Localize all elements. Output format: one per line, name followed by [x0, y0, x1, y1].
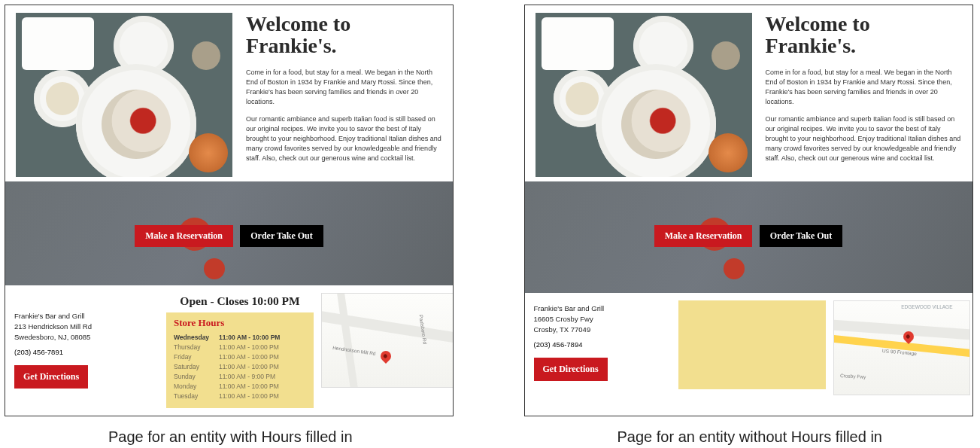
hours-day: Saturday — [174, 363, 219, 370]
page-title: Welcome to Frankie's. — [246, 13, 442, 57]
location-street: 16605 Crosby Fwy — [534, 314, 656, 325]
takeout-button[interactable]: Order Take Out — [760, 225, 842, 247]
info-section: Frankie's Bar and Grill 16605 Crosby Fwy… — [525, 293, 972, 416]
hours-day: Thursday — [174, 343, 219, 351]
intro-paragraph-2: Our romantic ambiance and superb Italian… — [766, 114, 962, 163]
directions-button[interactable]: Get Directions — [14, 365, 88, 389]
map[interactable]: Hendrickson Mill Rd Paulsboro Rd — [321, 293, 454, 388]
hours-time: 11:00 AM - 10:00 PM — [219, 334, 280, 341]
store-hours-box: Store Hours Wednesday11:00 AM - 10:00 PM… — [166, 312, 314, 408]
location-address: Frankie's Bar and Grill 16605 Crosby Fwy… — [534, 303, 656, 334]
hours-day: Monday — [174, 382, 219, 390]
map-road-label: Crosby Fwy — [839, 373, 866, 379]
hero: Welcome to Frankie's. Come in for a food… — [525, 5, 972, 181]
takeout-button[interactable]: Order Take Out — [240, 225, 323, 247]
intro-paragraph-1: Come in for a food, but stay for a meal.… — [246, 68, 442, 107]
info-section: Frankie's Bar and Grill 213 Hendrickson … — [5, 285, 453, 416]
hours-row: Thursday11:00 AM - 10:00 PM — [174, 342, 306, 352]
map-road-label: Hendrickson Mill Rd — [332, 345, 376, 356]
caption-right: Page for an entity without Hours filled … — [524, 428, 976, 446]
hours-row: Saturday11:00 AM - 10:00 PM — [174, 361, 306, 371]
hours-time: 11:00 AM - 10:00 PM — [219, 382, 279, 390]
location-phone: (203) 456-7894 — [534, 340, 656, 349]
hours-row: Tuesday11:00 AM - 10:00 PM — [174, 391, 306, 401]
map-area-label: EDGEWOOD VILLAGE — [901, 304, 952, 309]
hours-day: Friday — [174, 353, 219, 361]
hours-row: Sunday11:00 AM - 9:00 PM — [174, 371, 306, 381]
hours-time: 11:00 AM - 9:00 PM — [219, 373, 275, 380]
location-name: Frankie's Bar and Grill — [14, 311, 136, 322]
hours-day: Tuesday — [174, 392, 219, 400]
location-city: Crosby, TX 77049 — [534, 325, 656, 335]
hours-day: Wednesday — [174, 334, 219, 341]
intro-paragraph-1: Come in for a food, but stay for a meal.… — [766, 68, 962, 107]
reserve-button[interactable]: Make a Reservation — [135, 225, 233, 247]
directions-button[interactable]: Get Directions — [534, 358, 608, 381]
cta-band: Make a Reservation Order Take Out — [525, 181, 972, 293]
hours-placeholder — [678, 300, 826, 389]
location-street: 213 Hendrickson Mill Rd — [14, 322, 136, 332]
hours-time: 11:00 AM - 10:00 PM — [219, 353, 279, 361]
hours-row: Friday11:00 AM - 10:00 PM — [174, 352, 306, 361]
hero-image — [16, 13, 232, 177]
hero-text: Welcome to Frankie's. Come in for a food… — [246, 13, 442, 177]
map-pin-icon — [378, 349, 393, 364]
page-without-hours: Welcome to Frankie's. Come in for a food… — [524, 5, 973, 416]
hours-time: 11:00 AM - 10:00 PM — [219, 363, 279, 370]
page-with-hours: Welcome to Frankie's. Come in for a food… — [5, 5, 454, 416]
location-city: Swedesboro, NJ, 08085 — [14, 332, 136, 343]
hours-row: Wednesday11:00 AM - 10:00 PM — [174, 332, 306, 342]
hero-text: Welcome to Frankie's. Come in for a food… — [766, 13, 962, 177]
location-address: Frankie's Bar and Grill 213 Hendrickson … — [14, 311, 136, 342]
caption-left: Page for an entity with Hours filled in — [5, 428, 457, 446]
hours-day: Sunday — [174, 373, 219, 380]
reserve-button[interactable]: Make a Reservation — [654, 225, 753, 247]
hours-row: Monday11:00 AM - 10:00 PM — [174, 381, 306, 391]
store-hours-header: Store Hours — [174, 317, 306, 329]
hours-time: 11:00 AM - 10:00 PM — [219, 343, 279, 351]
intro-paragraph-2: Our romantic ambiance and superb Italian… — [246, 114, 442, 163]
hero-image — [536, 13, 752, 177]
location-phone: (203) 456-7891 — [14, 348, 136, 356]
location-name: Frankie's Bar and Grill — [534, 303, 656, 314]
open-status: Open - Closes 10:00 PM — [166, 294, 314, 308]
hours-time: 11:00 AM - 10:00 PM — [219, 392, 279, 400]
map[interactable]: EDGEWOOD VILLAGE US 90 Frontage Crosby F… — [833, 300, 970, 395]
hero: Welcome to Frankie's. Come in for a food… — [5, 5, 453, 181]
page-title: Welcome to Frankie's. — [766, 13, 962, 57]
cta-band: Make a Reservation Order Take Out — [5, 181, 453, 285]
